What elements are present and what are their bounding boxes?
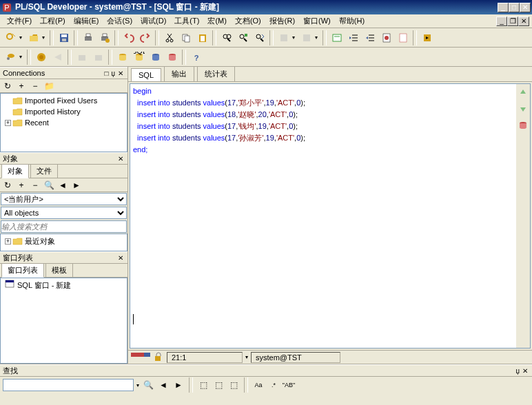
connections-tree[interactable]: Imported Fixed Users Imported History +R… — [0, 93, 127, 152]
menu-macro[interactable]: 宏(M) — [203, 14, 231, 28]
tool1-dropdown[interactable]: ▾ — [292, 34, 298, 41]
nav-down-icon[interactable] — [518, 103, 529, 114]
tab-objects[interactable]: 对象 — [1, 164, 29, 178]
find-opt3-icon[interactable]: ⬚ — [227, 380, 240, 391]
explain-button[interactable] — [329, 30, 345, 45]
panel-close-icon[interactable]: ✕ — [521, 367, 529, 375]
sql-editor[interactable]: begin insert into students values(17,'郑小… — [130, 84, 516, 348]
new-button[interactable] — [3, 30, 19, 45]
print-setup-button[interactable] — [96, 30, 112, 45]
tab-output[interactable]: 输出 — [164, 67, 194, 81]
schema-select[interactable]: <当前用户> — [1, 193, 127, 205]
panel-pin-icon[interactable]: □ — [103, 70, 110, 77]
cut-button[interactable] — [161, 30, 177, 45]
find-next-button[interactable] — [252, 30, 267, 45]
menu-window[interactable]: 窗口(W) — [299, 14, 335, 28]
tab-template[interactable]: 模板 — [45, 263, 73, 277]
break-button[interactable] — [50, 50, 65, 65]
menu-doc[interactable]: 文档(O) — [231, 14, 265, 28]
login-dropdown[interactable]: ▾ — [19, 54, 25, 60]
menu-tool[interactable]: 工具(T) — [170, 14, 203, 28]
remove-icon[interactable]: − — [29, 81, 41, 92]
expand-icon[interactable]: + — [5, 120, 11, 126]
tool2-button[interactable] — [298, 30, 314, 45]
execute-button[interactable] — [33, 50, 49, 65]
minimize-button[interactable]: _ — [498, 3, 509, 12]
find-prev-icon[interactable]: ◄ — [157, 380, 170, 391]
undo-button[interactable] — [121, 30, 136, 45]
tool2-dropdown[interactable]: ▾ — [315, 34, 320, 41]
tool1-button[interactable] — [276, 30, 291, 45]
tab-stats[interactable]: 统计表 — [197, 67, 235, 81]
tree-node-recent-objects[interactable]: +最近对象 — [2, 236, 125, 247]
windowlist-tree[interactable]: SQL 窗口 - 新建 — [0, 278, 127, 364]
prev-icon[interactable]: ◄ — [57, 180, 69, 191]
find-opt2-icon[interactable]: ⬚ — [212, 380, 225, 391]
commit-button[interactable] — [74, 50, 90, 65]
menu-session[interactable]: 会话(S) — [103, 14, 136, 28]
login-button[interactable] — [3, 50, 19, 65]
save-button[interactable] — [56, 30, 72, 45]
add-icon[interactable]: + — [15, 180, 28, 191]
next-icon[interactable]: ► — [70, 180, 83, 191]
find-button[interactable] — [218, 30, 234, 45]
menu-debug[interactable]: 调试(D) — [136, 14, 170, 28]
menu-file[interactable]: 文件(F) — [3, 14, 36, 28]
db2-button[interactable]: SQL — [131, 50, 147, 65]
word-icon[interactable]: "AB" — [283, 380, 295, 391]
find-dropdown-icon[interactable]: ▾ — [136, 382, 139, 388]
add-icon[interactable]: + — [15, 81, 28, 92]
db1-button[interactable] — [114, 50, 130, 65]
refresh-icon[interactable]: ↻ — [1, 180, 14, 191]
menu-edit[interactable]: 编辑(E) — [70, 14, 103, 28]
db3-button[interactable] — [147, 50, 163, 65]
doc-restore-button[interactable]: ❐ — [507, 17, 518, 26]
panel-pin-icon[interactable]: џ — [514, 367, 521, 375]
remove-icon[interactable]: − — [29, 180, 41, 191]
filter-select[interactable]: All objects — [1, 207, 127, 219]
redo-button[interactable] — [137, 30, 153, 45]
db4-button[interactable] — [164, 50, 180, 65]
indent-button[interactable] — [345, 30, 361, 45]
tree-node-recent[interactable]: +Recent — [2, 117, 125, 128]
status-lock-icon[interactable] — [153, 352, 164, 363]
windowlist-item[interactable]: SQL 窗口 - 新建 — [2, 280, 125, 291]
find-next-icon[interactable]: ► — [172, 380, 185, 391]
close-button[interactable]: ✕ — [520, 3, 531, 12]
rollback-button[interactable] — [90, 50, 106, 65]
expand-icon[interactable]: + — [5, 238, 11, 245]
maximize-button[interactable]: □ — [509, 3, 520, 12]
status-dropdown-icon[interactable]: ▾ — [245, 354, 248, 360]
menu-help[interactable]: 帮助(H) — [335, 14, 369, 28]
nav-up-icon[interactable] — [518, 87, 529, 98]
panel-close-icon[interactable]: ✕ — [116, 254, 125, 262]
open-button[interactable] — [25, 30, 41, 45]
outdent-button[interactable] — [362, 30, 378, 45]
regex-icon[interactable]: .* — [267, 380, 280, 391]
bookmark-button[interactable] — [378, 30, 394, 45]
paste-button[interactable] — [194, 30, 210, 45]
help-button[interactable]: ? — [188, 50, 204, 65]
panel-close-icon[interactable]: ✕ — [116, 155, 125, 163]
doc-minimize-button[interactable]: _ — [496, 17, 507, 26]
tab-windowlist[interactable]: 窗口列表 — [1, 263, 44, 278]
tab-files[interactable]: 文件 — [30, 164, 58, 178]
open-dropdown[interactable]: ▾ — [42, 34, 48, 41]
find-input[interactable] — [3, 379, 134, 391]
print-button[interactable] — [80, 30, 96, 45]
find-go-icon[interactable]: 🔍 — [142, 380, 154, 391]
toggle-button[interactable] — [395, 30, 411, 45]
search-input[interactable] — [1, 220, 127, 233]
tree-node-history[interactable]: Imported History — [2, 106, 125, 117]
case-icon[interactable]: Aa — [252, 380, 265, 391]
replace-button[interactable] — [235, 30, 251, 45]
menu-report[interactable]: 报告(R) — [265, 14, 299, 28]
find-obj-icon[interactable]: 🔍 — [43, 180, 55, 191]
objects-tree[interactable]: +最近对象 — [0, 233, 127, 251]
panel-close-icon[interactable]: ✕ — [116, 70, 125, 77]
menu-project[interactable]: 工程(P) — [36, 14, 70, 28]
doc-close-button[interactable]: ✕ — [518, 17, 529, 26]
find-opt1-icon[interactable]: ⬚ — [197, 380, 209, 391]
refresh-icon[interactable]: ↻ — [1, 81, 14, 92]
compile-button[interactable] — [419, 30, 435, 45]
